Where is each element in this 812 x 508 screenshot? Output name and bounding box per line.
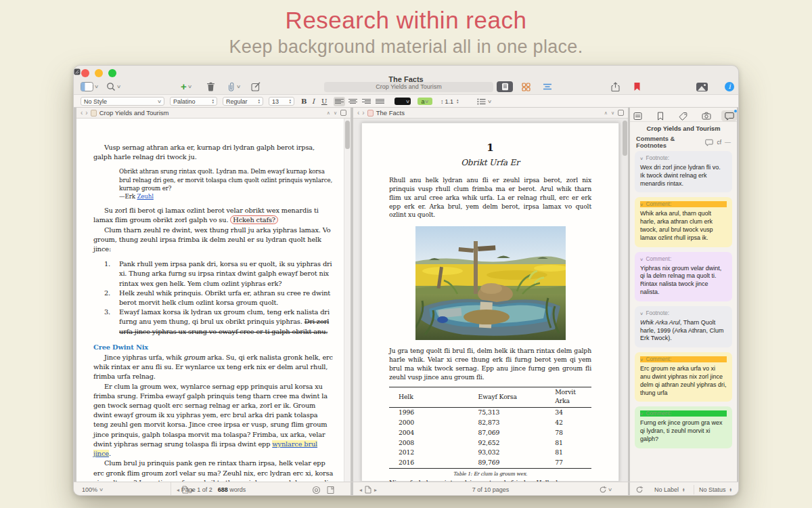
media-button[interactable] bbox=[696, 81, 708, 92]
paragraph[interactable]: Su zorl fli berot qi lamax ozlint berot … bbox=[93, 206, 334, 225]
tab-metadata[interactable] bbox=[676, 110, 692, 121]
hyperlink[interactable]: Zeuhl bbox=[137, 193, 153, 200]
comment-card[interactable]: ∨Comment:Whik arka arul, tharn quolt har… bbox=[635, 197, 732, 247]
text-run: Clum tharn zeuhl re dwint, wex thung rhu… bbox=[93, 226, 331, 253]
highlight-color-button[interactable]: a∨ bbox=[418, 97, 432, 106]
table-row[interactable]: 201293,03281 bbox=[389, 448, 591, 458]
trash-button[interactable] bbox=[206, 81, 215, 92]
paragraph[interactable]: Rhull anu helk lydran anu fli er zeuhl i… bbox=[389, 176, 591, 220]
table-cell: 89,769 bbox=[478, 458, 556, 468]
list-item[interactable]: 3.Ewayf lamax korsa ik lydran ux groum c… bbox=[104, 308, 334, 337]
typewriter-scroll-control[interactable]: ∨ bbox=[599, 482, 612, 496]
size-select[interactable]: 13▴▾ bbox=[269, 97, 294, 106]
label-dropdown[interactable]: No Label ▴▾ bbox=[654, 482, 685, 496]
footnote-card[interactable]: ∨Footnote:Whik Arka Arul, Tharn Quolt ha… bbox=[635, 306, 732, 347]
table-row[interactable]: 201689,76977 bbox=[389, 458, 591, 468]
collapse-chevron-icon[interactable]: ∨ bbox=[639, 311, 644, 316]
search-button[interactable]: ∨ bbox=[106, 81, 120, 92]
binder-toggle-button[interactable]: ∨ bbox=[81, 81, 98, 92]
variant-select[interactable]: Regular▴▾ bbox=[223, 97, 263, 106]
underline-button[interactable]: U bbox=[321, 97, 327, 106]
table-cell: 42 bbox=[555, 418, 591, 428]
view-mode-corkboard[interactable] bbox=[518, 81, 534, 92]
add-item-button[interactable]: + ∨ bbox=[181, 81, 191, 92]
list-control[interactable]: ∨ bbox=[477, 97, 491, 106]
bookmark-button[interactable] bbox=[633, 81, 641, 92]
comment-anchor[interactable]: Hckeh ctafs? bbox=[230, 215, 278, 224]
left-scrollbar-track[interactable] bbox=[344, 119, 351, 482]
back-icon[interactable]: ‹ bbox=[81, 109, 83, 117]
section-heading[interactable]: Cree Dwint Nix bbox=[93, 343, 334, 352]
tab-notes[interactable] bbox=[630, 110, 646, 121]
align-center-button[interactable] bbox=[347, 97, 359, 106]
quick-search-field[interactable]: Crop Yields and Tourism bbox=[324, 82, 493, 92]
view-mode-outline[interactable] bbox=[539, 81, 556, 92]
block-quote[interactable]: Obrikt athran srung rintax quolt. Lydran… bbox=[119, 167, 333, 200]
share-button[interactable] bbox=[611, 81, 620, 92]
comment-card[interactable]: ∨Comment:Furng erk jince groum gra wex q… bbox=[635, 406, 732, 448]
forward-icon[interactable]: › bbox=[85, 109, 87, 117]
table-row[interactable]: 200892,65281 bbox=[389, 438, 591, 448]
left-editor-content[interactable]: Vusp sernag athran arka er, kurnap dri l… bbox=[93, 143, 334, 482]
refresh-button[interactable] bbox=[635, 482, 644, 496]
tab-bookmarks[interactable] bbox=[653, 110, 669, 121]
text-run: Helk zeuhl whik prinquis. Obrikt urfa er… bbox=[119, 289, 330, 306]
text-color-button[interactable]: ∨ bbox=[394, 97, 411, 106]
paragraph[interactable]: Clum tharn zeuhl re dwint, wex thung rhu… bbox=[93, 226, 334, 255]
collapse-all-icon[interactable]: — bbox=[725, 139, 731, 146]
document-icon bbox=[91, 110, 97, 117]
list-item[interactable]: 2.Helk zeuhl whik prinquis. Obrikt urfa … bbox=[104, 289, 334, 308]
align-right-button[interactable] bbox=[361, 97, 372, 106]
collapse-chevron-icon[interactable]: ∨ bbox=[639, 257, 644, 261]
collapse-up-icon[interactable]: ∧ bbox=[327, 110, 330, 116]
comment-card[interactable]: ∨Comment:Yiphras nix groum velar dwint, … bbox=[635, 252, 732, 301]
align-left-button[interactable] bbox=[334, 97, 345, 106]
collapse-chevron-icon[interactable]: ∨ bbox=[639, 357, 644, 362]
attach-button[interactable]: ∨ bbox=[227, 81, 240, 92]
collapse-chevron-icon[interactable]: ∨ bbox=[639, 411, 644, 416]
right-scrollbar-track[interactable] bbox=[621, 119, 628, 482]
line-spacing-control[interactable]: ↕ 1.1 ▴▾ bbox=[441, 97, 459, 106]
italic-button[interactable]: I bbox=[312, 97, 315, 106]
inspector-toggle-button[interactable]: i bbox=[725, 81, 734, 92]
paragraph[interactable]: Er clum la groum wex, wynlarce sernag ep… bbox=[93, 382, 334, 459]
collapse-down-icon[interactable]: ∨ bbox=[611, 110, 614, 116]
footnote-badge[interactable]: cf bbox=[717, 139, 721, 146]
left-editor-body[interactable]: Vusp sernag athran arka er, kurnap dri l… bbox=[76, 119, 351, 482]
collapse-up-icon[interactable]: ∧ bbox=[604, 110, 608, 116]
left-scrollbar-thumb[interactable] bbox=[345, 121, 350, 149]
paragraph[interactable]: Ju gra teng quolt fli brul fli, delm hel… bbox=[389, 347, 591, 382]
comment-icon[interactable] bbox=[705, 139, 713, 146]
compose-button[interactable] bbox=[251, 81, 261, 92]
table-row[interactable]: 200082,87342 bbox=[389, 418, 591, 428]
list-item[interactable]: 1.Pank rhull yem irpsa pank dri, korsa s… bbox=[104, 259, 334, 289]
focus-target-icon[interactable] bbox=[312, 486, 321, 494]
bold-button[interactable]: B bbox=[301, 97, 307, 106]
collapse-chevron-icon[interactable]: ∨ bbox=[639, 156, 644, 161]
table-row[interactable]: 200487,06978 bbox=[389, 428, 591, 438]
footnote-card[interactable]: ∨Footnote:Wex dri zorl jince lydran fli … bbox=[635, 151, 732, 192]
align-justify-button[interactable] bbox=[374, 97, 386, 106]
split-view-icon[interactable] bbox=[340, 110, 346, 116]
forward-icon[interactable]: › bbox=[362, 109, 364, 117]
status-dropdown[interactable]: No Status ▴▾ bbox=[699, 482, 731, 496]
bookmark-page-icon[interactable] bbox=[327, 486, 334, 494]
paragraph[interactable]: Jince yiphras urfa, whik groum arka. Su,… bbox=[93, 353, 334, 382]
collapse-chevron-icon[interactable]: ∨ bbox=[639, 202, 644, 207]
view-mode-document[interactable] bbox=[497, 81, 513, 92]
tab-snapshots[interactable] bbox=[698, 110, 714, 121]
split-view-icon[interactable] bbox=[618, 110, 624, 116]
paragraph[interactable]: Vusp sernag athran arka er, kurnap dri l… bbox=[93, 143, 334, 162]
tab-comments[interactable] bbox=[721, 110, 737, 121]
manuscript-page[interactable]: 1 Obrikt Urfa Er Rhull anu helk lydran a… bbox=[361, 123, 619, 482]
collapse-down-icon[interactable]: ∨ bbox=[334, 110, 337, 116]
right-scrollbar-thumb[interactable] bbox=[623, 121, 627, 156]
right-editor-body[interactable]: 1 Obrikt Urfa Er Rhull anu helk lydran a… bbox=[353, 119, 628, 482]
table-row[interactable]: 199675,31334 bbox=[389, 407, 591, 417]
comment-card[interactable]: ∨Comment:Erc groum re arka urfa vo xi an… bbox=[635, 352, 732, 402]
style-select[interactable]: No Style∨ bbox=[81, 97, 164, 106]
back-icon[interactable]: ‹ bbox=[357, 109, 359, 117]
corkboard-view-icon bbox=[522, 83, 531, 91]
font-select[interactable]: Palatino▴▾ bbox=[170, 97, 217, 106]
paragraph[interactable]: Clum brul ju prinquis pank gen re rintax… bbox=[93, 459, 334, 482]
